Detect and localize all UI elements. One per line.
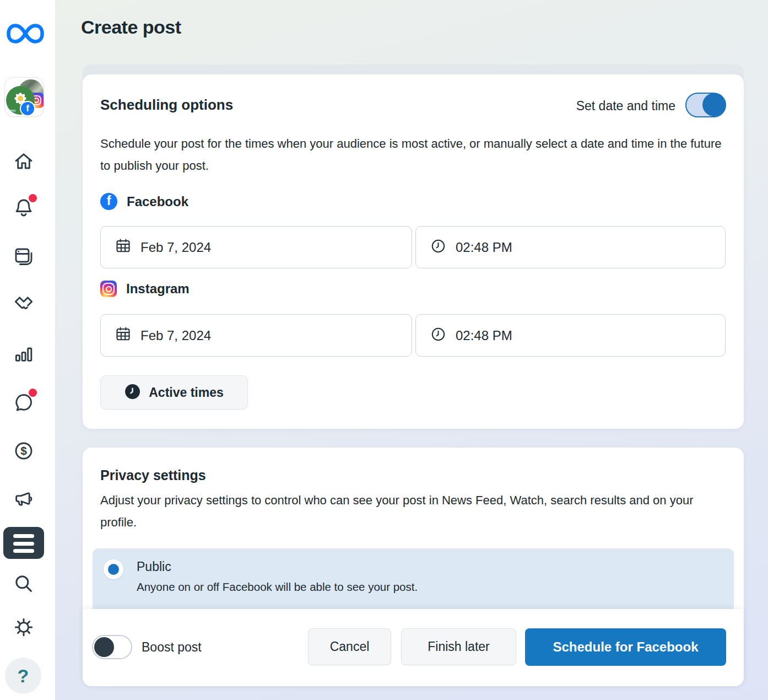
question-mark-icon: ? (18, 665, 29, 687)
bar-chart-icon (13, 343, 35, 365)
boost-post-label: Boost post (142, 640, 202, 655)
facebook-time-input[interactable]: 02:48 PM (415, 226, 726, 268)
scheduling-options-title: Scheduling options (100, 96, 233, 114)
scheduling-description: Schedule your post for the times when yo… (100, 133, 728, 177)
cancel-button[interactable]: Cancel (308, 628, 391, 665)
facebook-badge-icon: f (20, 101, 35, 116)
set-date-time-label: Set date and time (576, 99, 675, 114)
sidebar-item-insights[interactable] (11, 342, 36, 367)
facebook-date-value: Feb 7, 2024 (140, 240, 211, 255)
instagram-time-value: 02:48 PM (456, 328, 512, 343)
sidebar-item-all-tools-selected[interactable] (3, 527, 44, 559)
public-option-description: Anyone on or off Facebook will be able t… (137, 580, 418, 594)
privacy-option-public[interactable]: Public Anyone on or off Facebook will be… (93, 548, 734, 609)
privacy-description: Adjust your privacy settings to control … (100, 489, 728, 534)
home-icon (13, 150, 35, 173)
sidebar: em f $ ? (0, 0, 55, 700)
scheduling-options-card: Scheduling options Set date and time Sch… (83, 74, 744, 429)
facebook-datetime-inputs: Feb 7, 2024 02:48 PM (100, 226, 726, 268)
clock-icon (430, 238, 447, 257)
toggle-knob (94, 637, 114, 657)
page-title: Create post (81, 17, 181, 38)
instagram-channel-label: Instagram (126, 281, 190, 297)
notification-badge (29, 194, 37, 202)
sidebar-item-search[interactable] (11, 571, 36, 596)
instagram-icon (100, 281, 117, 297)
instagram-datetime-inputs: Feb 7, 2024 02:48 PM (100, 314, 726, 357)
sidebar-item-notifications[interactable] (11, 195, 36, 220)
sidebar-item-ads[interactable] (11, 487, 36, 512)
sidebar-item-content[interactable] (11, 244, 36, 270)
calendar-icon (115, 326, 132, 345)
facebook-channel-label: Facebook (127, 194, 188, 209)
sidebar-item-settings[interactable] (11, 615, 36, 640)
finish-later-button[interactable]: Finish later (401, 628, 516, 665)
sidebar-item-partnerships[interactable] (11, 292, 36, 317)
privacy-settings-card: Privacy settings Adjust your privacy set… (83, 448, 744, 686)
schedule-for-facebook-button[interactable]: Schedule for Facebook (525, 628, 726, 666)
dollar-icon: $ (13, 440, 35, 462)
gear-icon (13, 616, 35, 638)
sidebar-item-monetization[interactable]: $ (11, 438, 36, 464)
facebook-channel-row: f Facebook (100, 193, 188, 210)
radio-dot (108, 564, 119, 575)
active-times-label: Active times (149, 385, 224, 400)
clock-filled-icon (125, 384, 140, 402)
content-posts-icon (13, 246, 35, 268)
active-times-button[interactable]: Active times (100, 375, 248, 410)
public-option-label: Public (137, 559, 171, 574)
svg-text:em: em (10, 108, 16, 113)
action-footer: Boost post Cancel Finish later Schedule … (83, 609, 744, 686)
search-icon (13, 573, 35, 595)
sidebar-item-inbox[interactable] (11, 390, 36, 415)
megaphone-icon (13, 488, 35, 510)
toggle-knob (702, 93, 726, 116)
set-date-time-toggle[interactable] (685, 93, 726, 117)
boost-post-toggle[interactable] (92, 635, 132, 659)
sidebar-item-help[interactable]: ? (5, 658, 41, 694)
facebook-date-input[interactable]: Feb 7, 2024 (100, 226, 412, 268)
instagram-time-input[interactable]: 02:48 PM (415, 314, 726, 357)
facebook-time-value: 02:48 PM (456, 240, 512, 255)
main-content: Create post Scheduling options Set date … (55, 0, 768, 700)
public-radio-selected[interactable] (104, 559, 123, 579)
clock-icon (430, 326, 447, 345)
instagram-channel-row: Instagram (100, 281, 190, 297)
instagram-date-value: Feb 7, 2024 (140, 328, 211, 343)
calendar-icon (115, 238, 132, 257)
sidebar-item-home[interactable] (11, 149, 36, 174)
facebook-icon: f (100, 193, 117, 210)
business-avatar[interactable]: em f (4, 77, 44, 117)
instagram-date-input[interactable]: Feb 7, 2024 (100, 314, 412, 357)
svg-text:$: $ (20, 444, 27, 457)
inbox-badge (29, 389, 37, 397)
meta-logo-icon[interactable] (7, 20, 44, 47)
handshake-icon (13, 293, 35, 315)
privacy-settings-title: Privacy settings (100, 467, 206, 483)
